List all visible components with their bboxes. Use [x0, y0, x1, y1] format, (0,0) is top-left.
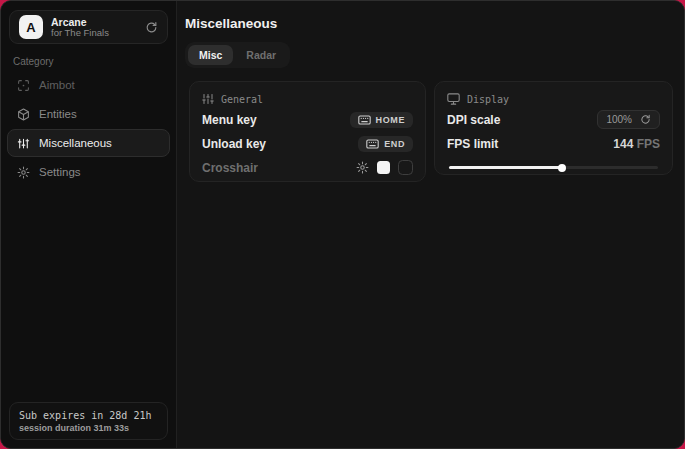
sliders-horizontal-icon — [202, 93, 214, 105]
app-title: Arcane — [51, 16, 109, 28]
crosshair-scan-icon — [17, 79, 30, 92]
slider-track — [449, 166, 658, 169]
fps-unit: FPS — [637, 137, 660, 151]
sidebar-nav: Aimbot Entities Miscellaneous — [7, 71, 170, 187]
sidebar-item-label: Entities — [39, 108, 77, 120]
dpi-scale-row: DPI scale 100% — [447, 108, 660, 131]
sub-expiry-text: Sub expires in 28d 21h — [19, 410, 158, 421]
cube-icon — [17, 108, 30, 121]
fps-limit-value: 144 FPS — [613, 137, 660, 151]
app-subtitle: for The Finals — [51, 28, 109, 39]
app-window: A Arcane for The Finals Category — [0, 0, 685, 449]
unload-key-label: Unload key — [202, 137, 266, 151]
sidebar-item-entities[interactable]: Entities — [7, 100, 170, 128]
general-card-title: General — [221, 94, 263, 105]
unload-key-row: Unload key END — [202, 132, 413, 155]
refresh-icon[interactable] — [145, 21, 158, 34]
page-title: Miscellaneous — [185, 16, 277, 31]
crosshair-row: Crosshair — [202, 156, 413, 179]
category-label: Category — [13, 56, 54, 67]
general-card: General Menu key HOME Unload key — [189, 81, 426, 182]
keyboard-icon — [366, 139, 379, 149]
tab-bar: Misc Radar — [185, 42, 290, 68]
dpi-scale-label: DPI scale — [447, 113, 500, 127]
general-card-header: General — [202, 91, 413, 107]
app-meta: Arcane for The Finals — [51, 16, 109, 39]
rotate-reset-icon[interactable] — [640, 114, 651, 125]
session-duration-text: session duration 31m 33s — [19, 423, 158, 433]
sidebar-item-miscellaneous[interactable]: Miscellaneous — [7, 129, 170, 157]
sidebar: A Arcane for The Finals Category — [1, 1, 177, 448]
sidebar-item-settings[interactable]: Settings — [7, 158, 170, 186]
sidebar-item-label: Settings — [39, 166, 81, 178]
app-logo: A — [19, 15, 43, 39]
sliders-icon — [17, 137, 30, 150]
sidebar-item-label: Aimbot — [39, 79, 75, 91]
gear-icon[interactable] — [356, 161, 369, 174]
monitor-icon — [447, 93, 460, 105]
dpi-scale-value: 100% — [606, 114, 632, 125]
sidebar-item-aimbot[interactable]: Aimbot — [7, 71, 170, 99]
menu-key-value: HOME — [376, 115, 405, 125]
slider-fill — [449, 166, 562, 169]
slider-thumb[interactable] — [558, 164, 566, 172]
menu-key-bind-button[interactable]: HOME — [350, 112, 413, 128]
unload-key-value: END — [384, 139, 405, 149]
unload-key-bind-button[interactable]: END — [358, 136, 413, 152]
main-content: Miscellaneous Misc Radar General Menu ke… — [177, 1, 684, 448]
tab-radar[interactable]: Radar — [235, 45, 287, 65]
fps-limit-label: FPS limit — [447, 137, 498, 151]
tab-misc[interactable]: Misc — [188, 45, 233, 65]
app-header-card: A Arcane for The Finals — [9, 10, 168, 44]
menu-key-row: Menu key HOME — [202, 108, 413, 131]
crosshair-checkbox[interactable] — [398, 160, 413, 175]
crosshair-color-swatch[interactable] — [377, 161, 390, 174]
display-card-header: Display — [447, 91, 660, 107]
fps-limit-row: FPS limit 144 FPS — [447, 132, 660, 155]
dpi-scale-control[interactable]: 100% — [597, 110, 660, 129]
subscription-status-card: Sub expires in 28d 21h session duration … — [9, 402, 168, 440]
fps-limit-slider[interactable] — [447, 163, 660, 171]
crosshair-label: Crosshair — [202, 161, 258, 175]
display-card: Display DPI scale 100% FPS limit 144 FPS — [434, 81, 673, 175]
sidebar-item-label: Miscellaneous — [39, 137, 112, 149]
display-card-title: Display — [467, 94, 509, 105]
keyboard-icon — [358, 115, 371, 125]
crosshair-controls — [356, 160, 413, 175]
gear-icon — [17, 166, 30, 179]
menu-key-label: Menu key — [202, 113, 257, 127]
